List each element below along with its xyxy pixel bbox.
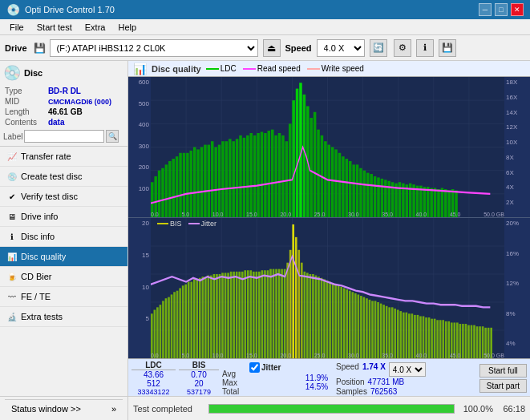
svg-rect-151 [249, 270, 252, 358]
speed-row: Speed 1.74 X 4.0 X [336, 362, 476, 377]
svg-rect-167 [295, 237, 297, 358]
svg-rect-66 [331, 147, 334, 218]
sidebar-item-drive-info[interactable]: 🖥 Drive info [0, 207, 127, 227]
svg-rect-68 [338, 153, 342, 217]
svg-rect-176 [321, 278, 323, 358]
label-input[interactable] [24, 130, 104, 143]
svg-rect-31 [208, 145, 211, 217]
svg-rect-203 [397, 310, 399, 358]
save-button[interactable]: 💾 [439, 39, 456, 57]
svg-rect-158 [269, 269, 272, 358]
svg-rect-208 [411, 313, 414, 358]
eject-button[interactable]: ⏏ [263, 39, 281, 57]
samples-key: Samples [336, 387, 367, 396]
jitter-max: 14.5% [305, 382, 328, 391]
svg-rect-162 [281, 269, 283, 358]
write-speed-color-dot [307, 68, 320, 70]
svg-rect-26 [190, 151, 193, 217]
jitter-label: Jitter [261, 363, 281, 372]
sidebar: 💿 Disc Type BD-R DL MID CMCMAGDI6 (000) … [0, 61, 128, 398]
sidebar-item-verify-test-disc[interactable]: ✔ Verify test disc [0, 187, 127, 207]
position-value: 47731 MB [368, 378, 405, 386]
info-button[interactable]: ℹ [416, 39, 434, 57]
disc-info-icon: ℹ [6, 231, 18, 242]
window-controls: ─ □ ✕ [479, 3, 524, 16]
disc-type-value: BD-R DL [48, 87, 123, 95]
svg-rect-41 [243, 138, 246, 217]
svg-rect-180 [332, 283, 334, 358]
disc-length-label: Length [5, 107, 47, 116]
bis-avg: 0.70 [191, 370, 206, 379]
sidebar-item-fe-te[interactable]: 〰 FE / TE [0, 287, 127, 307]
refresh-button[interactable]: 🔄 [370, 39, 387, 57]
svg-rect-54 [289, 123, 292, 217]
svg-rect-42 [246, 135, 249, 217]
svg-rect-179 [329, 282, 331, 358]
svg-rect-178 [326, 281, 329, 358]
sidebar-item-create-test-disc[interactable]: 💿 Create test disc [0, 167, 127, 187]
jitter-color-indicator [188, 223, 200, 224]
status-window-label: Status window >> [11, 404, 81, 414]
status-window-btn[interactable]: Status window >> » [5, 399, 123, 418]
svg-rect-156 [264, 270, 266, 358]
drive-select[interactable]: (F:) ATAPI iHBS112 2 CL0K [50, 39, 258, 57]
menu-extra[interactable]: Extra [79, 21, 112, 33]
svg-rect-169 [301, 263, 303, 358]
menu-start-test[interactable]: Start test [30, 21, 79, 33]
svg-rect-153 [256, 272, 258, 358]
svg-rect-209 [414, 315, 416, 358]
svg-rect-76 [366, 173, 370, 217]
action-buttons: Start full Start part [479, 364, 527, 393]
svg-rect-198 [382, 305, 385, 358]
create-test-disc-icon: 💿 [6, 171, 18, 182]
jitter-legend: Jitter [188, 220, 217, 228]
svg-rect-155 [261, 270, 264, 358]
start-part-button[interactable]: Start part [479, 379, 527, 393]
stats-row: LDC 43.66 512 33343122 BIS 0.70 20 53717… [131, 361, 527, 396]
sidebar-item-disc-quality[interactable]: 📊 Disc quality [0, 247, 127, 267]
svg-rect-50 [274, 135, 277, 217]
disc-mid-value: CMCMAGDI6 (000) [48, 97, 123, 106]
disc-panel: 💿 Disc Type BD-R DL MID CMCMAGDI6 (000) … [0, 61, 127, 147]
sidebar-item-cd-bier[interactable]: 🍺 CD Bier [0, 267, 127, 287]
svg-rect-152 [253, 272, 255, 358]
svg-rect-191 [363, 297, 366, 358]
fe-te-icon: 〰 [6, 291, 18, 302]
maximize-button[interactable]: □ [495, 3, 508, 16]
svg-rect-125 [176, 291, 179, 358]
chart-title: Disc quality [152, 64, 201, 74]
speed-select[interactable]: 4.0 X [317, 39, 365, 57]
disc-panel-title: Disc [24, 68, 42, 78]
svg-rect-17 [158, 171, 161, 217]
svg-rect-187 [351, 292, 354, 358]
menu-help[interactable]: Help [111, 21, 143, 33]
svg-rect-183 [340, 287, 342, 358]
svg-rect-23 [179, 153, 182, 217]
svg-rect-146 [236, 272, 238, 358]
jitter-values: 11.9% 14.5% [301, 365, 333, 391]
max-label: Max [222, 378, 246, 387]
sidebar-item-transfer-rate[interactable]: 📈 Transfer rate [0, 147, 127, 167]
bis-total: 537179 [187, 388, 211, 396]
x-axis-bottom: 0.0 5.0 10.0 15.0 20.0 25.0 30.0 35.0 40… [151, 353, 504, 358]
sidebar-item-disc-info[interactable]: ℹ Disc info [0, 227, 127, 247]
settings-button[interactable]: ⚙ [394, 39, 411, 57]
start-full-button[interactable]: Start full [479, 364, 527, 378]
nav-label-verify-test-disc: Verify test disc [21, 192, 78, 201]
svg-rect-186 [349, 291, 351, 358]
close-button[interactable]: ✕ [511, 3, 524, 16]
disc-contents-row: Contents data [5, 118, 123, 127]
jitter-checkbox[interactable] [249, 362, 260, 373]
ldc-total: 33343122 [137, 388, 169, 396]
disc-mid-row: MID CMCMAGDI6 (000) [5, 97, 123, 106]
svg-rect-35 [221, 141, 225, 217]
svg-rect-51 [278, 133, 281, 217]
label-btn[interactable]: 🔍 [106, 130, 119, 143]
minimize-button[interactable]: ─ [479, 3, 492, 16]
svg-rect-192 [366, 298, 368, 358]
speed-dropdown[interactable]: 4.0 X [389, 362, 426, 377]
menu-file[interactable]: File [3, 21, 30, 33]
svg-rect-62 [317, 130, 320, 217]
svg-rect-171 [306, 273, 309, 358]
sidebar-item-extra-tests[interactable]: 🔬 Extra tests [0, 307, 127, 327]
